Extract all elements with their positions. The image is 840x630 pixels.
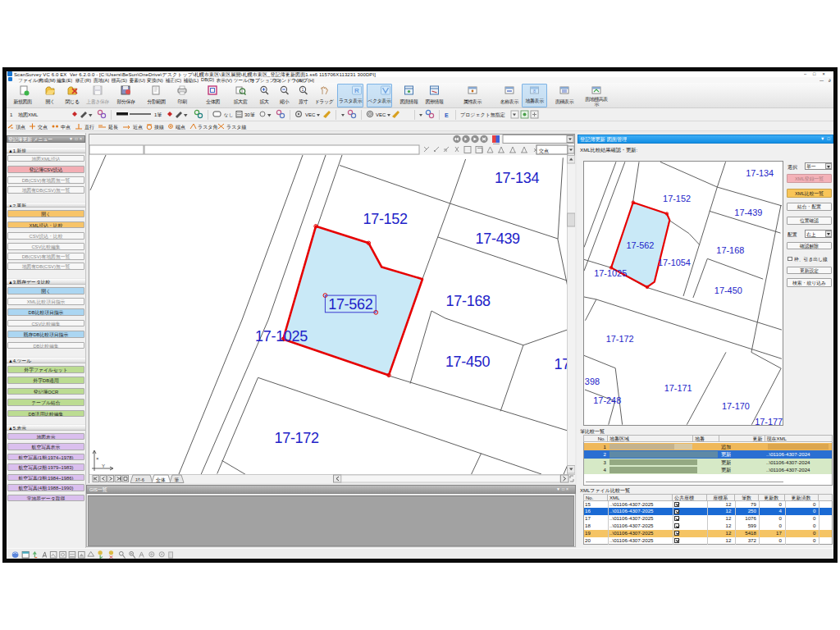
svg-text:17-170: 17-170: [722, 401, 750, 411]
svg-text:×: ×: [96, 456, 99, 461]
svg-text:17-248: 17-248: [593, 395, 621, 405]
svg-text:近点: 近点: [133, 125, 143, 130]
svg-text:17-172: 17-172: [606, 335, 634, 345]
svg-text:頂点: 頂点: [16, 125, 25, 130]
svg-text:1: 1: [10, 112, 13, 117]
svg-text:直行: 直行: [84, 125, 94, 130]
svg-text:1筆: 1筆: [154, 112, 162, 117]
svg-text:17-134: 17-134: [495, 170, 540, 186]
svg-text:17-1025: 17-1025: [255, 328, 308, 345]
svg-text:筆: 筆: [174, 477, 179, 482]
svg-text:なし: なし: [224, 112, 233, 117]
svg-text:地図XML: 地図XML: [18, 112, 39, 118]
svg-text:E: E: [445, 112, 449, 118]
svg-text:17-177: 17-177: [755, 417, 783, 426]
svg-text:ラスタ線: ラスタ線: [226, 125, 246, 130]
svg-text:ｽｹ-6: ｽｹ-6: [135, 477, 144, 482]
svg-text:17-171: 17-171: [664, 383, 692, 393]
svg-text:17-450: 17-450: [714, 285, 742, 295]
svg-text:17-1025: 17-1025: [594, 268, 627, 278]
svg-text:30筆: 30筆: [244, 112, 255, 117]
svg-text:中点: 中点: [61, 125, 71, 130]
svg-text:交点: 交点: [538, 148, 549, 153]
svg-text:17: 17: [554, 356, 566, 372]
svg-text:Y: Y: [102, 463, 105, 468]
svg-text:17-562: 17-562: [626, 240, 654, 250]
svg-text:全体: 全体: [156, 477, 166, 482]
svg-text:17-172: 17-172: [274, 430, 319, 446]
svg-text:VEC: VEC: [305, 112, 316, 117]
svg-text:VEC: VEC: [376, 112, 386, 117]
svg-text:17-562: 17-562: [328, 296, 373, 313]
svg-text:398: 398: [585, 377, 600, 386]
svg-text:17-152: 17-152: [363, 211, 408, 227]
svg-text:17-134: 17-134: [746, 168, 774, 178]
svg-text:接線: 接線: [154, 124, 164, 130]
svg-text:17-1054: 17-1054: [658, 258, 691, 267]
svg-text:17-439: 17-439: [734, 208, 762, 217]
svg-text:17-168: 17-168: [446, 293, 491, 309]
svg-text:17-439: 17-439: [476, 231, 521, 247]
svg-text:17-152: 17-152: [663, 194, 691, 203]
svg-text:17-168: 17-168: [716, 245, 744, 255]
svg-text:ラスタ角: ラスタ角: [198, 125, 217, 130]
svg-text:端点: 端点: [176, 125, 185, 130]
svg-text:プロジェクト無指定: プロジェクト無指定: [460, 112, 505, 118]
svg-text:17-450: 17-450: [445, 354, 491, 370]
svg-text:延長: 延長: [107, 124, 118, 130]
svg-text:交点: 交点: [37, 124, 48, 130]
